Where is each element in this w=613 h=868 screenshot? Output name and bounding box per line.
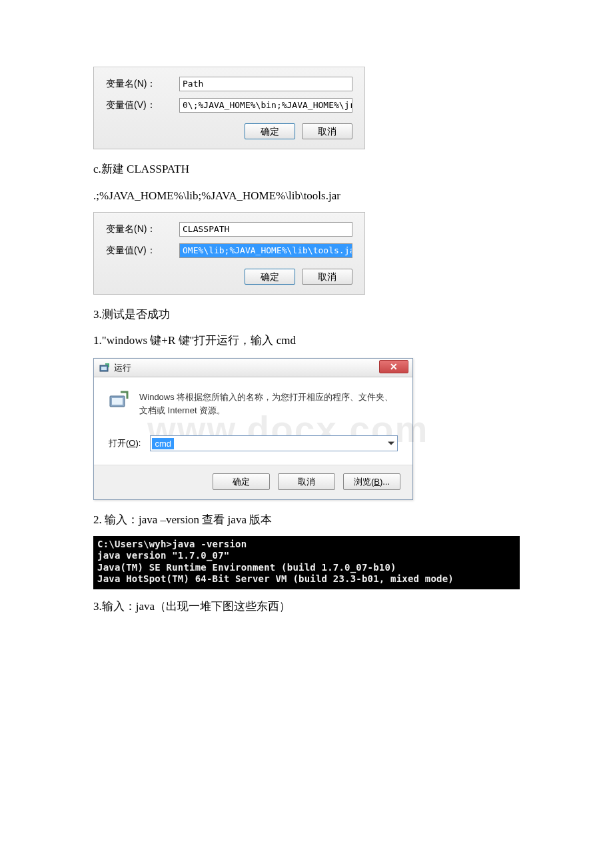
run-icon: [99, 363, 110, 373]
var-name-label: 变量名(N)：: [106, 223, 179, 235]
var-value-label: 变量值(V)：: [106, 99, 179, 111]
text-classpath-value: .;%JAVA_HOME%\lib;%JAVA_HOME%\lib\tools.…: [93, 188, 520, 204]
var-value-label: 变量值(V)：: [106, 245, 179, 257]
ok-button[interactable]: 确定: [245, 269, 295, 285]
close-button[interactable]: ✕: [379, 360, 408, 373]
run-description: Windows 将根据您所输入的名称，为您打开相应的程序、文件夹、文档或 Int…: [139, 391, 398, 417]
run-program-icon: [109, 391, 130, 409]
cancel-button[interactable]: 取消: [302, 123, 352, 139]
text-section-3: 3.测试是否成功: [93, 307, 520, 323]
svg-rect-1: [101, 367, 107, 370]
run-command-input[interactable]: cmd: [150, 435, 398, 451]
browse-button[interactable]: 浏览(B)...: [343, 473, 400, 490]
cmd-output: C:\Users\wyh>java -version java version …: [93, 536, 520, 589]
run-title: 运行: [114, 362, 131, 374]
text-step-2: 2. 输入：java –version 查看 java 版本: [93, 512, 520, 528]
open-label: 打开(O):: [109, 437, 141, 449]
ok-button[interactable]: 确定: [245, 123, 295, 139]
env-var-dialog-classpath: 变量名(N)： CLASSPATH 变量值(V)： OME%\lib;%JAVA…: [93, 212, 365, 295]
svg-rect-3: [112, 398, 123, 405]
cancel-button[interactable]: 取消: [302, 269, 352, 285]
run-titlebar[interactable]: 运行 ✕: [94, 359, 412, 377]
text-step-3: 3.输入：java（出现一堆下图这些东西）: [93, 599, 520, 615]
env-var-dialog-path: 变量名(N)： Path 变量值(V)： 0\;%JAVA_HOME%\bin;…: [93, 67, 365, 149]
var-name-input[interactable]: Path: [179, 77, 352, 91]
ok-button[interactable]: 确定: [213, 473, 270, 490]
text-step-1: 1."windows 键+R 键"打开运行，输入 cmd: [93, 333, 520, 349]
text-c-new-classpath: c.新建 CLASSPATH: [93, 161, 520, 177]
run-dialog: 运行 ✕ www.docx.com Windows 将根据您所输入的名称，为您打…: [93, 358, 413, 500]
cancel-button[interactable]: 取消: [278, 473, 335, 490]
var-value-input[interactable]: OME%\lib;%JAVA_HOME%\lib\tools.jar: [179, 243, 352, 258]
dropdown-arrow-icon[interactable]: [388, 442, 394, 445]
var-value-input[interactable]: 0\;%JAVA_HOME%\bin;%JAVA_HOME%\jre\b: [179, 98, 352, 113]
var-name-label: 变量名(N)：: [106, 78, 179, 90]
var-name-input[interactable]: CLASSPATH: [179, 222, 352, 237]
run-input-value: cmd: [152, 438, 174, 449]
